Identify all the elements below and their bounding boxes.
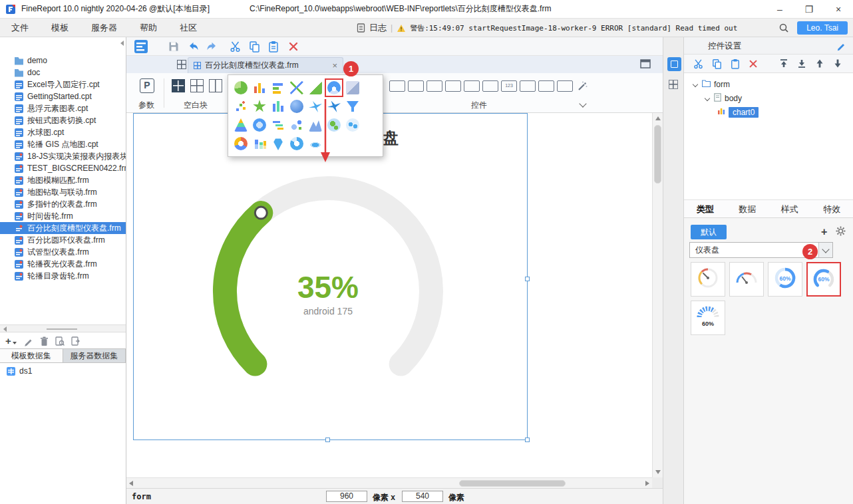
combo-chart-icon[interactable] [345, 80, 360, 95]
funnel-chart-icon[interactable] [345, 99, 360, 114]
height-input[interactable]: 540 [402, 491, 443, 502]
file-item[interactable]: 按钮式图表切换.cpt [0, 114, 126, 126]
folder-item[interactable]: doc [0, 66, 126, 78]
report-block-icon[interactable] [190, 79, 204, 92]
gantt-chart-icon[interactable] [271, 118, 285, 132]
move-to-bottom-icon[interactable] [797, 59, 806, 68]
default-style-button[interactable]: 默认 [691, 225, 727, 239]
globe-chart-icon[interactable] [252, 118, 267, 132]
slot-gauge-thumbnail[interactable]: 60% [806, 262, 841, 297]
scatter-chart-icon[interactable] [234, 99, 248, 114]
search-icon[interactable] [778, 23, 789, 33]
close-button[interactable]: × [824, 0, 853, 19]
donut-chart-icon[interactable] [234, 136, 248, 151]
bubble-chart-icon[interactable] [289, 118, 304, 132]
component-tree-item[interactable]: body [684, 91, 853, 105]
area-chart-icon[interactable] [308, 80, 323, 95]
file-item[interactable]: 百分比圆环仪表盘.frm [0, 234, 126, 246]
menu-item[interactable]: 帮助 [128, 19, 168, 37]
percent-scale-slot-gauge-thumbnail[interactable]: 60% [691, 301, 725, 335]
sidebar-splitter[interactable] [0, 324, 126, 332]
move-to-top-icon[interactable] [779, 59, 788, 68]
file-item[interactable]: 18-JS实现决策报表内报表块 [0, 150, 126, 162]
parameter-pane-icon[interactable]: P [140, 78, 154, 93]
checkbox-widget-icon[interactable] [482, 80, 498, 92]
cut-icon[interactable] [230, 41, 241, 53]
semi-pointer-gauge-thumbnail[interactable] [729, 262, 764, 297]
file-item[interactable]: GettingStarted.cpt [0, 90, 126, 102]
delete-dataset-icon[interactable] [40, 336, 49, 346]
export-dataset-icon[interactable] [71, 336, 81, 346]
move-down-icon[interactable] [833, 59, 842, 68]
file-item[interactable]: 轮播夜光仪表盘.frm [0, 258, 126, 270]
scroll-left-icon[interactable] [129, 481, 133, 486]
histogram-chart-icon[interactable] [271, 99, 285, 114]
pointer-gauge-thumbnail[interactable] [691, 262, 725, 297]
text-widget-icon[interactable] [389, 80, 405, 92]
report-type-icon[interactable] [133, 39, 149, 55]
delete-icon[interactable] [288, 41, 299, 53]
menu-item[interactable]: 服务器 [80, 19, 128, 37]
menu-item[interactable]: 模板 [40, 19, 80, 37]
minimize-button[interactable]: – [765, 0, 794, 19]
number-widget-icon[interactable]: 123 [501, 80, 517, 92]
dropdown-widget-icon[interactable] [426, 80, 442, 92]
panel-layout-icon[interactable] [640, 59, 651, 68]
vertical-scrollbar[interactable] [652, 113, 663, 477]
panel-tab[interactable]: 特效 [811, 200, 853, 217]
width-input[interactable]: 960 [326, 491, 367, 502]
panel-tab[interactable]: 类型 [684, 200, 727, 217]
tab-block-icon[interactable] [172, 79, 185, 92]
component-tree-item[interactable]: form [684, 77, 853, 91]
file-item[interactable]: 悬浮元素图表.cpt [0, 102, 126, 114]
file-item[interactable]: TEST_BIGSCREEN0422.frm [0, 162, 126, 174]
collapse-sidebar-icon[interactable] [120, 41, 124, 46]
dataset-tab[interactable]: 模板数据集 [0, 349, 63, 362]
expand-widgets-icon[interactable] [579, 100, 586, 107]
settings-gear-icon[interactable] [836, 226, 846, 236]
absolute-block-icon[interactable] [209, 79, 222, 92]
panel-tab[interactable]: 数据 [727, 200, 769, 217]
edit-dataset-icon[interactable] [23, 336, 33, 346]
vertical-scroll-thumb[interactable] [654, 125, 661, 184]
ring-chart-icon[interactable] [289, 136, 304, 151]
move-up-icon[interactable] [815, 59, 824, 68]
file-item[interactable]: 水球图.cpt [0, 126, 126, 138]
tab-list-icon[interactable] [177, 60, 186, 69]
gauge-chart-icon[interactable] [327, 80, 341, 95]
add-style-icon[interactable]: + [821, 226, 827, 238]
dataset-tab[interactable]: 服务器数据集 [63, 349, 126, 362]
line-chart-icon[interactable] [289, 80, 304, 95]
tree-expander-icon[interactable] [705, 95, 710, 100]
save-icon[interactable] [168, 41, 180, 53]
widget-settings-toggle-icon[interactable] [667, 57, 681, 71]
tree-expander-icon[interactable] [693, 81, 698, 86]
document-tab[interactable]: 百分比刻度槽型仪表盘.frm × [188, 57, 343, 73]
list-widget-icon[interactable] [557, 80, 573, 92]
panel-paste-icon[interactable] [731, 59, 740, 69]
world-map-chart-icon[interactable] [345, 118, 360, 132]
file-item[interactable]: 时间齿轮.frm [0, 210, 126, 222]
layout-toggle-icon[interactable] [669, 80, 678, 89]
scroll-right-icon[interactable] [645, 481, 649, 486]
panel-delete-icon[interactable] [749, 59, 758, 69]
design-canvas[interactable]: 盘 35%android 175 [126, 113, 652, 477]
select-arrow-icon[interactable] [818, 243, 832, 257]
radar-chart-icon[interactable] [252, 99, 267, 114]
undo-icon[interactable] [188, 41, 200, 53]
radio-widget-icon[interactable] [538, 80, 554, 92]
file-item[interactable]: Excel导入固定行.cpt [0, 78, 126, 90]
file-item[interactable]: 地图模糊匹配.frm [0, 174, 126, 186]
maximize-button[interactable]: ❐ [794, 0, 824, 19]
file-item[interactable]: 百分比刻度槽型仪表盘.frm [0, 222, 126, 234]
panel-copy-icon[interactable] [712, 59, 722, 69]
file-item[interactable]: 轮播 GIS 点地图.cpt [0, 138, 126, 150]
panel-tab[interactable]: 样式 [768, 200, 811, 217]
magic-wand-icon[interactable] [576, 80, 588, 92]
menu-item[interactable]: 社区 [168, 19, 208, 37]
tab-close-icon[interactable]: × [332, 61, 337, 70]
pie-chart-icon[interactable] [234, 80, 248, 95]
user-account-button[interactable]: Leo. Tsai [797, 21, 848, 35]
edit-panel-icon[interactable] [836, 41, 846, 51]
ring-gauge-thumbnail[interactable]: 60% [768, 262, 802, 297]
